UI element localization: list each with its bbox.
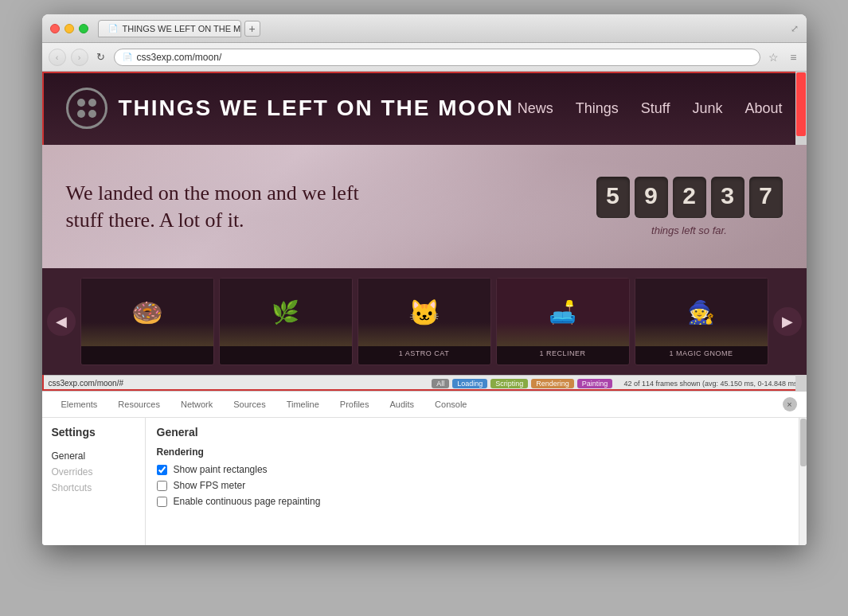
devtools-scrollbar[interactable] (799, 418, 807, 545)
counter-digit-1: 9 (635, 177, 668, 218)
site-nav: News Things Stuff Junk About (518, 100, 783, 117)
show-fps-meter-label: Show FPS meter (174, 480, 246, 491)
status-pill-loading: Loading (452, 379, 487, 388)
logo-icon (66, 88, 107, 129)
status-pill-painting: Painting (577, 379, 613, 388)
enable-continuous-repainting-checkbox[interactable] (157, 497, 167, 507)
digit-display: 5 9 2 3 7 (596, 177, 783, 218)
devtools-close-button[interactable]: × (783, 397, 797, 411)
nav-link-junk[interactable]: Junk (692, 100, 722, 117)
refresh-button[interactable]: ↻ (93, 49, 109, 65)
maximize-window-button[interactable] (79, 24, 88, 33)
devtools-tab-audits[interactable]: Audits (381, 396, 424, 412)
status-info: 42 of 114 frames shown (avg: 45.150 ms, … (623, 380, 799, 388)
scrollbar-thumb[interactable] (796, 72, 806, 136)
thumb-label-2: 1 ASTRO CAT (358, 346, 490, 361)
url-bar[interactable]: 📄 css3exp.com/moon/ (114, 49, 761, 66)
traffic-lights (50, 24, 88, 33)
tab-label: THINGS WE LEFT ON THE M (123, 24, 241, 33)
devtools-tab-resources[interactable]: Resources (108, 396, 170, 412)
thumbnails-container: 🍩 🌿 🐱 1 ASTRO CAT 🛋️ 1 RECLINER 🧙 (80, 278, 768, 365)
devtools-tab-sources[interactable]: Sources (224, 396, 275, 412)
show-paint-rectangles-label: Show paint rectangles (174, 464, 268, 475)
close-window-button[interactable] (50, 24, 60, 33)
devtools-sidebar-item-shortcuts[interactable]: Shortcuts (52, 480, 135, 496)
status-pill-scripting: Scripting (490, 379, 528, 388)
back-button[interactable]: ‹ (49, 49, 66, 66)
thumbnail-item-1[interactable]: 🌿 (219, 278, 353, 365)
checkbox-item-0: Show paint rectangles (157, 464, 787, 475)
nav-link-news[interactable]: News (518, 100, 553, 117)
site-header: THINGS WE LEFT ON THE MOON News Things S… (42, 72, 807, 145)
devtools-sidebar-item-general[interactable]: General (52, 448, 135, 464)
status-pill-rendering: Rendering (531, 379, 574, 388)
next-thumb-button[interactable]: ▶ (773, 307, 802, 336)
thumbnails-strip: ◀ 🍩 🌿 🐱 1 ASTRO CAT 🛋️ 1 RECLINER (42, 268, 807, 375)
title-bar: 📄 THINGS WE LEFT ON THE M × + ⤢ (42, 14, 807, 43)
logo-dot (88, 99, 96, 107)
devtools-sidebar-item-overrides[interactable]: Overrides (52, 464, 135, 480)
devtools-content: General Rendering Show paint rectangles … (146, 418, 799, 545)
show-fps-meter-checkbox[interactable] (157, 481, 167, 491)
status-url: css3exp.com/moon/# (49, 379, 124, 388)
devtools-panel-title: Settings (52, 426, 135, 439)
thumb-label-3: 1 RECLINER (497, 346, 629, 361)
thumb-image-3: 🛋️ (497, 279, 629, 346)
thumbnail-item-3[interactable]: 🛋️ 1 RECLINER (496, 278, 630, 365)
browser-tab[interactable]: 📄 THINGS WE LEFT ON THE M × (98, 20, 241, 37)
devtools-content-title: General (157, 426, 787, 439)
devtools-panel: Elements Resources Network Sources Timel… (42, 391, 807, 545)
devtools-tab-console[interactable]: Console (425, 396, 476, 412)
rendering-section-heading: Rendering (157, 446, 787, 458)
show-paint-rectangles-checkbox[interactable] (157, 465, 167, 475)
devtools-body: Settings General Overrides Shortcuts Gen… (42, 418, 807, 545)
counter-label: things left so far. (596, 224, 783, 236)
devtools-tab-network[interactable]: Network (171, 396, 222, 412)
thumb-image-0: 🍩 (81, 279, 213, 346)
devtools-tab-timeline[interactable]: Timeline (277, 396, 329, 412)
status-pill-all: All (432, 379, 449, 388)
thumb-label-4: 1 MAGIC GNOME (635, 346, 768, 361)
devtools-tabs: Elements Resources Network Sources Timel… (52, 396, 783, 412)
checkbox-item-2: Enable continuous page repainting (157, 496, 787, 507)
status-pills: All Loading Scripting Rendering Painting (432, 379, 612, 388)
enable-continuous-repainting-label: Enable continuous page repainting (174, 496, 321, 507)
refresh-icon: ↻ (96, 51, 105, 63)
new-tab-button[interactable]: + (244, 21, 260, 37)
forward-icon: › (78, 53, 81, 62)
forward-button[interactable]: › (71, 49, 88, 66)
devtools-header: Elements Resources Network Sources Timel… (42, 392, 807, 418)
bookmark-button[interactable]: ☆ (765, 51, 782, 64)
minimize-window-button[interactable] (64, 24, 74, 33)
logo-dot (77, 110, 85, 118)
tab-bar: 📄 THINGS WE LEFT ON THE M × + (98, 20, 799, 37)
hero-section: We landed on the moon and we left stuff … (42, 145, 807, 268)
devtools-tab-profiles[interactable]: Profiles (330, 396, 379, 412)
nav-link-things[interactable]: Things (576, 100, 619, 117)
thumbnail-item-4[interactable]: 🧙 1 MAGIC GNOME (635, 278, 768, 365)
website-content: THINGS WE LEFT ON THE MOON News Things S… (42, 72, 807, 391)
counter-digit-2: 2 (673, 177, 706, 218)
thumbnail-item-2[interactable]: 🐱 1 ASTRO CAT (358, 278, 491, 365)
devtools-sidebar: Settings General Overrides Shortcuts (42, 418, 146, 545)
checkbox-item-1: Show FPS meter (157, 480, 787, 491)
counter-digit-4: 7 (749, 177, 783, 218)
prev-thumb-button[interactable]: ◀ (47, 307, 76, 336)
thumbnail-item-0[interactable]: 🍩 (80, 278, 214, 365)
counter-digit-0: 5 (596, 177, 630, 218)
menu-button[interactable]: ≡ (787, 51, 799, 64)
thumb-label-1 (220, 346, 352, 353)
counter-digit-3: 3 (711, 177, 744, 218)
logo-dots (77, 99, 96, 118)
thumb-image-2: 🐱 (358, 279, 490, 346)
devtools-tab-elements[interactable]: Elements (52, 396, 107, 412)
close-icon: × (787, 400, 791, 409)
thumb-image-4: 🧙 (635, 279, 768, 346)
thumb-image-1: 🌿 (220, 279, 352, 346)
nav-link-about[interactable]: About (744, 100, 782, 117)
devtools-scrollbar-thumb[interactable] (800, 419, 807, 466)
back-icon: ‹ (56, 53, 59, 62)
site-logo: THINGS WE LEFT ON THE MOON (66, 88, 514, 129)
nav-link-stuff[interactable]: Stuff (641, 100, 670, 117)
hero-heading: We landed on the moon and we left stuff … (66, 180, 359, 234)
